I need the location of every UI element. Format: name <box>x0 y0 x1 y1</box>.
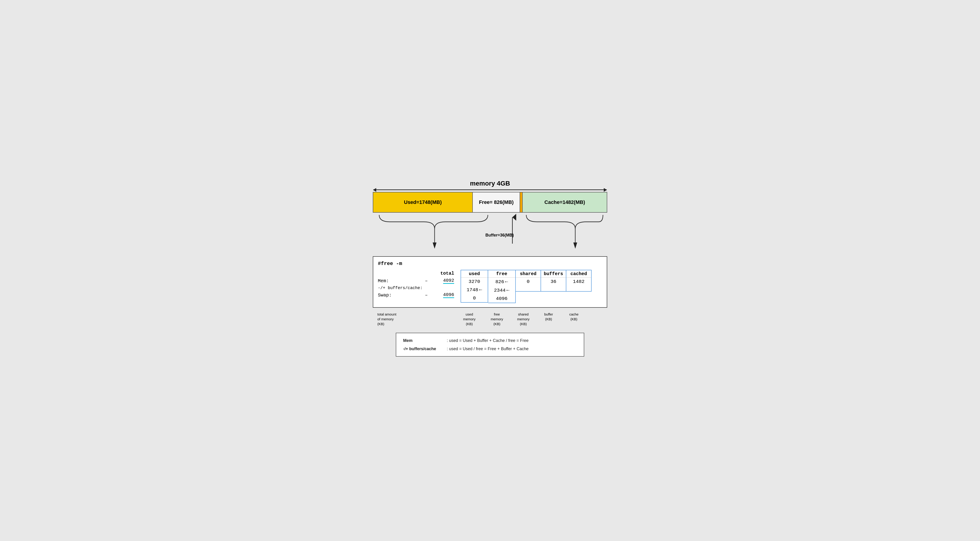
memory-bar: Used=1748(MB) Free= 826(MB) Cache=1482(M… <box>373 192 607 213</box>
row-swap-label: Swap: <box>378 292 428 299</box>
bufcache-shared <box>516 286 541 289</box>
expl-mem-content: : used = Used + Buffer + Cache / free = … <box>447 336 528 345</box>
header-shared: shared <box>516 270 541 278</box>
header-buffers: buffers <box>541 270 566 278</box>
header-total: total <box>428 270 456 277</box>
main-container: memory 4GB Used=1748(MB) Free= 826(MB) C… <box>364 175 616 366</box>
legend-total: total amountof memory(KB) <box>377 312 455 326</box>
bar-free: Free= 826(MB) <box>473 192 520 212</box>
bufcache-buffers <box>541 286 566 289</box>
legend-cache: cache(KB) <box>561 312 587 326</box>
row-mem-label: Mem: <box>378 278 428 284</box>
header-free: free <box>488 270 515 278</box>
swap-cached <box>566 289 591 291</box>
row-mem-total: 4092 – <box>428 277 456 285</box>
mem-total-underline: 4092 <box>443 278 454 284</box>
expl-row-bufcache: -/+ buffers/cache : used = Used / free =… <box>403 345 577 353</box>
swap-shared <box>516 289 541 291</box>
swap-buffers <box>541 289 566 291</box>
row-bufcache-label: -/+ buffers/cache: <box>378 285 428 291</box>
swap-free: 4096 <box>488 295 515 303</box>
double-arrow <box>373 189 607 190</box>
bufcache-free: 2344 ← <box>488 286 515 295</box>
annotation-area: Buffer=36(MB) <box>373 213 607 254</box>
bufcache-used: 1748 ← <box>461 286 488 294</box>
legend-shared: sharedmemory(KB) <box>511 312 536 326</box>
expl-bufcache-content: : used = Used / free = Free + Buffer + C… <box>447 345 528 353</box>
buffer-label: Buffer=36(MB) <box>485 233 514 238</box>
bar-cache: Cache=1482(MB) <box>523 192 607 212</box>
legend-used: usedmemory(KB) <box>455 312 483 326</box>
free-command: #free -m <box>378 261 602 267</box>
mem-shared: 0 <box>516 278 541 286</box>
row-swap-total: 4096 – <box>428 291 456 299</box>
legend-free: freememory(KB) <box>483 312 511 326</box>
swap-total-underline: 4096 <box>443 292 454 298</box>
header-used: used <box>461 270 488 278</box>
expl-mem-label: Mem <box>403 336 444 345</box>
legend-buffer: buffer(KB) <box>536 312 561 326</box>
arrow-row <box>373 189 607 190</box>
bufcache-cached <box>566 286 591 289</box>
mem-used: 3270 <box>461 278 488 286</box>
table-section: #free -m total Mem: 4092 – <box>373 256 607 308</box>
header-cached: cached <box>566 270 591 278</box>
bar-used: Used=1748(MB) <box>373 192 473 212</box>
mem-free: 826 ← <box>488 278 515 286</box>
mem-cached: 1482 <box>566 278 591 286</box>
expl-row-mem: Mem : used = Used + Buffer + Cache / fre… <box>403 336 577 345</box>
expl-bufcache-label: -/+ buffers/cache <box>403 345 444 353</box>
page-title: memory 4GB <box>373 180 607 187</box>
mem-buffers: 36 <box>541 278 566 286</box>
bar-buffer <box>520 192 523 212</box>
swap-used: 0 <box>461 294 488 302</box>
row-bufcache-total <box>428 287 456 289</box>
explanation-box: Mem : used = Used + Buffer + Cache / fre… <box>396 333 584 357</box>
